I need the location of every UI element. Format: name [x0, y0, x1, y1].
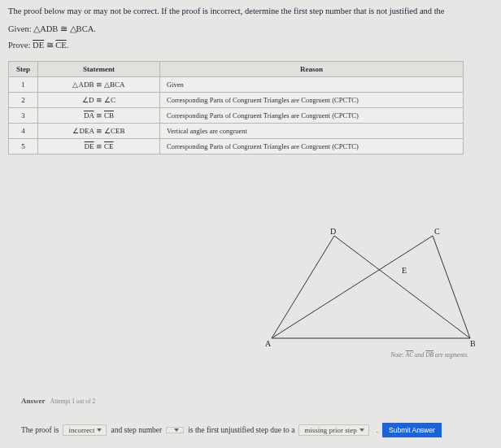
- table-row: 4 ∠DEA ≅ ∠CEB Vertical angles are congru…: [9, 124, 464, 139]
- cong-symbol: ≅: [44, 41, 55, 50]
- sentence-p1: The proof is: [21, 426, 59, 434]
- prove-line: Prove: DE ≅ CE.: [8, 40, 493, 50]
- segment-ce: CE: [55, 41, 66, 50]
- attempt-text: Attempt 1 out of 2: [50, 398, 95, 405]
- label-c: C: [434, 227, 440, 236]
- reason-cell: Corresponding Parts of Congruent Triangl…: [160, 139, 464, 154]
- chevron-down-icon: [97, 428, 102, 432]
- step-cell: 3: [9, 108, 38, 124]
- chevron-down-icon: [359, 428, 364, 432]
- table-row: 5 DE ≅ CE Corresponding Parts of Congrue…: [9, 139, 464, 154]
- geometry-figure: A B C D E Note: AC and DB are segments.: [257, 226, 485, 364]
- given-label: Given:: [8, 24, 32, 33]
- proof-table: Step Statement Reason 1 △ADB ≅ △BCA Give…: [8, 61, 464, 154]
- table-row: 2 ∠D ≅ ∠C Corresponding Parts of Congrue…: [9, 93, 464, 108]
- dd1-value: incorrect: [68, 426, 94, 434]
- given-math: △ADB ≅ △BCA.: [33, 24, 96, 33]
- segment-de: DE: [33, 41, 44, 50]
- dd3-value: missing prior step: [304, 426, 357, 434]
- sentence-p2: and step number: [111, 426, 162, 434]
- statement-cell: DE ≅ CE: [38, 139, 160, 154]
- statement-cell: ∠D ≅ ∠C: [38, 93, 160, 108]
- given-line: Given: △ADB ≅ △BCA.: [8, 24, 493, 33]
- submit-answer-button[interactable]: Submit Answer: [382, 423, 442, 437]
- answer-label: Answer: [21, 397, 46, 405]
- reason-cell: Vertical angles are congruent: [160, 124, 464, 139]
- statement-cell: DA ≅ CB: [38, 108, 160, 124]
- period: .: [67, 41, 69, 50]
- proof-correctness-dropdown[interactable]: incorrect: [63, 424, 107, 436]
- reason-cell: Given: [160, 77, 464, 93]
- step-cell: 4: [9, 124, 38, 139]
- statement-cell: ∠DEA ≅ ∠CEB: [38, 124, 160, 139]
- label-d: D: [330, 227, 336, 236]
- label-b: B: [470, 339, 476, 348]
- step-number-dropdown[interactable]: [166, 427, 184, 433]
- statement-cell: △ADB ≅ △BCA: [38, 77, 160, 93]
- col-statement: Statement: [38, 62, 160, 77]
- answer-header: Answer Attempt 1 out of 2: [21, 397, 95, 405]
- intro-text: The proof below may or may not be correc…: [8, 7, 493, 15]
- step-cell: 1: [9, 77, 38, 93]
- sentence-p3: is the first unjustified step due to a: [188, 426, 294, 434]
- table-row: 1 △ADB ≅ △BCA Given: [9, 77, 464, 93]
- reason-cell: Corresponding Parts of Congruent Triangl…: [160, 93, 464, 108]
- label-e: E: [402, 266, 407, 275]
- table-row: 3 DA ≅ CB Corresponding Parts of Congrue…: [9, 108, 464, 124]
- step-cell: 2: [9, 93, 38, 108]
- reason-cell: Corresponding Parts of Congruent Triangl…: [160, 108, 464, 124]
- step-cell: 5: [9, 139, 38, 154]
- answer-sentence: The proof is incorrect and step number i…: [21, 423, 493, 437]
- prove-math: DE ≅ CE.: [33, 41, 68, 50]
- sentence-period: .: [377, 426, 378, 434]
- figure-note: Note: AC and DB are segments.: [257, 351, 485, 359]
- col-reason: Reason: [160, 62, 464, 77]
- col-step: Step: [9, 62, 38, 77]
- reason-dropdown[interactable]: missing prior step: [298, 424, 369, 436]
- chevron-down-icon: [174, 428, 179, 432]
- table-header-row: Step Statement Reason: [9, 62, 464, 77]
- label-a: A: [265, 339, 272, 348]
- prove-label: Prove:: [8, 41, 30, 50]
